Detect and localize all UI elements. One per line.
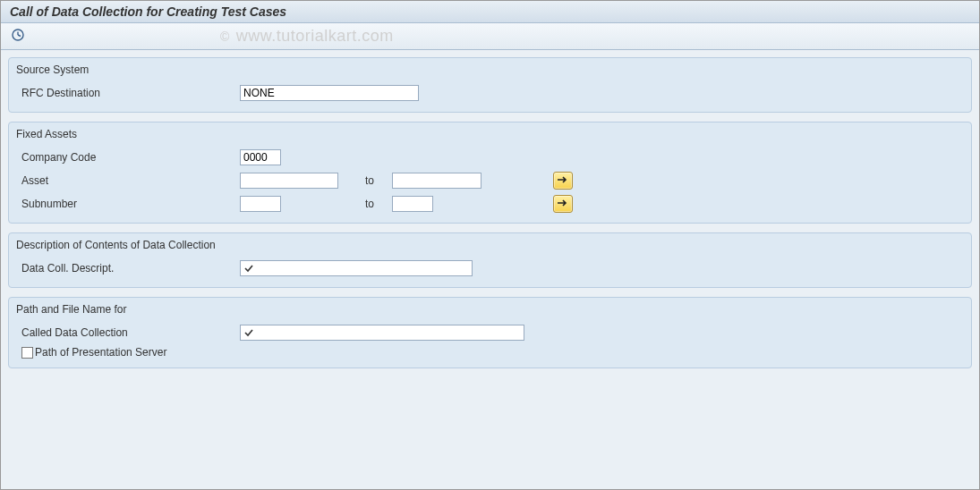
- group-path-legend: Path and File Name for: [16, 303, 962, 319]
- required-check-icon: [241, 326, 255, 339]
- called-data-collection-input[interactable]: [255, 325, 524, 340]
- company-code-label: Company Code: [16, 151, 240, 164]
- watermark-copyright: ©: [220, 30, 229, 44]
- called-data-collection-label: Called Data Collection: [16, 326, 240, 339]
- rfc-destination-input[interactable]: [240, 85, 419, 101]
- presentation-server-checkbox[interactable]: [21, 347, 33, 359]
- group-source-system-legend: Source System: [16, 63, 962, 80]
- asset-multiple-selection-button[interactable]: [553, 172, 573, 190]
- execute-clock-icon: [11, 28, 25, 45]
- group-path: Path and File Name for Called Data Colle…: [8, 297, 972, 368]
- subnumber-label: Subnumber: [16, 198, 240, 210]
- asset-to-label: to: [338, 174, 392, 187]
- subnumber-to-label: to: [338, 198, 392, 210]
- rfc-destination-label: RFC Destination: [16, 87, 240, 99]
- content-area: Source System RFC Destination Fixed Asse…: [1, 50, 979, 384]
- execute-button[interactable]: [8, 27, 28, 46]
- arrow-right-icon: [557, 174, 569, 187]
- data-coll-descript-input[interactable]: [255, 261, 472, 275]
- page-title: Call of Data Collection for Creating Tes…: [10, 4, 286, 19]
- arrow-right-icon: [557, 198, 569, 210]
- group-description-legend: Description of Contents of Data Collecti…: [16, 239, 962, 255]
- window-frame: Call of Data Collection for Creating Tes…: [0, 0, 980, 490]
- svg-line-2: [18, 35, 21, 37]
- subnumber-from-input[interactable]: [240, 196, 281, 212]
- subnumber-to-input[interactable]: [392, 196, 433, 212]
- group-description: Description of Contents of Data Collecti…: [8, 232, 972, 288]
- group-fixed-assets-legend: Fixed Assets: [16, 128, 962, 144]
- title-bar: Call of Data Collection for Creating Tes…: [1, 1, 979, 23]
- called-data-collection-field[interactable]: [240, 325, 524, 341]
- data-coll-descript-label: Data Coll. Descript.: [16, 262, 240, 275]
- asset-from-input[interactable]: [240, 173, 338, 189]
- subnumber-multiple-selection-button[interactable]: [553, 195, 573, 213]
- company-code-input[interactable]: [240, 149, 281, 165]
- watermark: © www.tutorialkart.com: [220, 27, 394, 46]
- toolbar: © www.tutorialkart.com: [1, 23, 979, 50]
- data-coll-descript-field[interactable]: [240, 260, 473, 276]
- asset-label: Asset: [16, 174, 240, 187]
- group-source-system: Source System RFC Destination: [8, 57, 972, 113]
- presentation-server-label: Path of Presentation Server: [35, 346, 166, 359]
- group-fixed-assets: Fixed Assets Company Code Asset to Subnu…: [8, 122, 972, 224]
- asset-to-input[interactable]: [392, 173, 481, 189]
- watermark-text: www.tutorialkart.com: [236, 27, 394, 45]
- required-check-icon: [241, 262, 255, 275]
